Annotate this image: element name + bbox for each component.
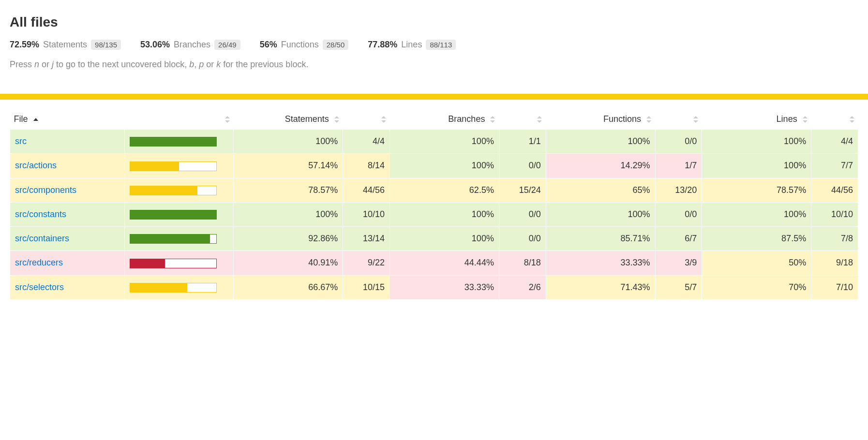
col-branches-frac[interactable] — [499, 109, 546, 130]
cell-functions-pct: 65% — [546, 178, 655, 202]
cell-functions-frac: 13/20 — [655, 178, 702, 202]
cell-file: src/actions — [10, 154, 125, 178]
cell-lines-pct: 100% — [702, 202, 811, 226]
coverage-table: File Statements Branches Functions — [10, 109, 858, 300]
cell-functions-frac: 5/7 — [655, 275, 702, 299]
cell-functions-pct: 33.33% — [546, 251, 655, 275]
col-lines[interactable]: Lines — [702, 109, 811, 130]
cell-lines-frac: 9/18 — [811, 251, 858, 275]
col-branches[interactable]: Branches — [390, 109, 499, 130]
table-row: src/containers92.86%13/14100%0/085.71%6/… — [10, 227, 858, 251]
col-file[interactable]: File — [10, 109, 125, 130]
cell-branches-pct: 33.33% — [390, 275, 499, 299]
file-link[interactable]: src/reducers — [15, 258, 63, 267]
cell-statements-pct: 57.14% — [234, 154, 343, 178]
col-statements-frac[interactable] — [343, 109, 390, 130]
cell-lines-pct: 78.57% — [702, 178, 811, 202]
cell-lines-frac: 7/7 — [811, 154, 858, 178]
cell-lines-pct: 70% — [702, 275, 811, 299]
file-link[interactable]: src/selectors — [15, 282, 64, 292]
col-functions-frac[interactable] — [655, 109, 702, 130]
sort-icon — [537, 116, 542, 123]
cell-lines-pct: 100% — [702, 130, 811, 154]
cell-lines-frac: 44/56 — [811, 178, 858, 202]
table-row: src/actions57.14%8/14100%0/014.29%1/7100… — [10, 154, 858, 178]
sort-icon — [850, 116, 854, 123]
summary-functions-pct: 56% — [260, 40, 277, 50]
col-chart[interactable] — [124, 109, 234, 130]
summary-statements-label: Statements — [43, 40, 87, 50]
cell-branches-frac: 0/0 — [499, 202, 546, 226]
cell-branches-pct: 100% — [390, 227, 499, 251]
cell-file: src/components — [10, 178, 125, 202]
cell-branches-pct: 100% — [390, 202, 499, 226]
cell-lines-pct: 50% — [702, 251, 811, 275]
coverage-bar — [130, 161, 217, 171]
cell-branches-pct: 100% — [390, 130, 499, 154]
cell-file: src — [10, 130, 125, 154]
table-row: src/selectors66.67%10/1533.33%2/671.43%5… — [10, 275, 858, 299]
coverage-bar — [130, 283, 217, 293]
cell-branches-frac: 8/18 — [499, 251, 546, 275]
coverage-summary: 72.59% Statements 98/135 53.06% Branches… — [10, 40, 858, 50]
cell-functions-frac: 1/7 — [655, 154, 702, 178]
file-link[interactable]: src/actions — [15, 161, 57, 170]
summary-lines-pct: 77.88% — [368, 40, 397, 50]
summary-branches-label: Branches — [174, 40, 210, 50]
sort-icon — [334, 116, 339, 123]
sort-icon — [490, 116, 495, 123]
sort-icon — [646, 116, 651, 123]
file-link[interactable]: src/constants — [15, 209, 66, 219]
cell-functions-frac: 0/0 — [655, 202, 702, 226]
cell-branches-frac: 2/6 — [499, 275, 546, 299]
cell-statements-pct: 78.57% — [234, 178, 343, 202]
cell-chart — [124, 251, 234, 275]
summary-functions-frac: 28/50 — [323, 40, 349, 50]
cell-statements-frac: 44/56 — [343, 178, 390, 202]
summary-lines-label: Lines — [401, 40, 422, 50]
cell-lines-pct: 87.5% — [702, 227, 811, 251]
header-section: All files 72.59% Statements 98/135 53.06… — [0, 0, 868, 94]
coverage-bar — [130, 259, 217, 268]
cell-chart — [124, 154, 234, 178]
summary-functions-label: Functions — [281, 40, 319, 50]
coverage-bar — [130, 234, 217, 244]
cell-branches-frac: 15/24 — [499, 178, 546, 202]
page-title: All files — [10, 15, 858, 30]
file-link[interactable]: src/components — [15, 185, 76, 195]
cell-chart — [124, 130, 234, 154]
cell-functions-frac: 3/9 — [655, 251, 702, 275]
cell-chart — [124, 178, 234, 202]
cell-statements-frac: 9/22 — [343, 251, 390, 275]
sort-icon — [693, 116, 698, 123]
col-functions[interactable]: Functions — [546, 109, 655, 130]
cell-statements-frac: 8/14 — [343, 154, 390, 178]
table-row: src/components78.57%44/5662.5%15/2465%13… — [10, 178, 858, 202]
cell-statements-frac: 10/15 — [343, 275, 390, 299]
cell-statements-pct: 66.67% — [234, 275, 343, 299]
cell-chart — [124, 275, 234, 299]
cell-file: src/constants — [10, 202, 125, 226]
summary-branches-pct: 53.06% — [140, 40, 170, 50]
file-link[interactable]: src/containers — [15, 234, 69, 243]
cell-branches-frac: 1/1 — [499, 130, 546, 154]
cell-chart — [124, 202, 234, 226]
cell-functions-pct: 100% — [546, 130, 655, 154]
summary-lines: 77.88% Lines 88/113 — [368, 40, 456, 50]
col-statements[interactable]: Statements — [234, 109, 343, 130]
table-row: src/constants100%10/10100%0/0100%0/0100%… — [10, 202, 858, 226]
cell-branches-frac: 0/0 — [499, 154, 546, 178]
summary-branches: 53.06% Branches 26/49 — [140, 40, 240, 50]
summary-statements-pct: 72.59% — [10, 40, 39, 50]
col-lines-frac[interactable] — [811, 109, 858, 130]
cell-functions-pct: 85.71% — [546, 227, 655, 251]
cell-file: src/containers — [10, 227, 125, 251]
file-link[interactable]: src — [15, 136, 27, 146]
keyboard-help: Press n or j to go to the next uncovered… — [10, 59, 858, 70]
cell-file: src/reducers — [10, 251, 125, 275]
cell-lines-frac: 10/10 — [811, 202, 858, 226]
cell-branches-pct: 100% — [390, 154, 499, 178]
cell-statements-pct: 100% — [234, 130, 343, 154]
cell-statements-pct: 92.86% — [234, 227, 343, 251]
summary-statements: 72.59% Statements 98/135 — [10, 40, 121, 50]
